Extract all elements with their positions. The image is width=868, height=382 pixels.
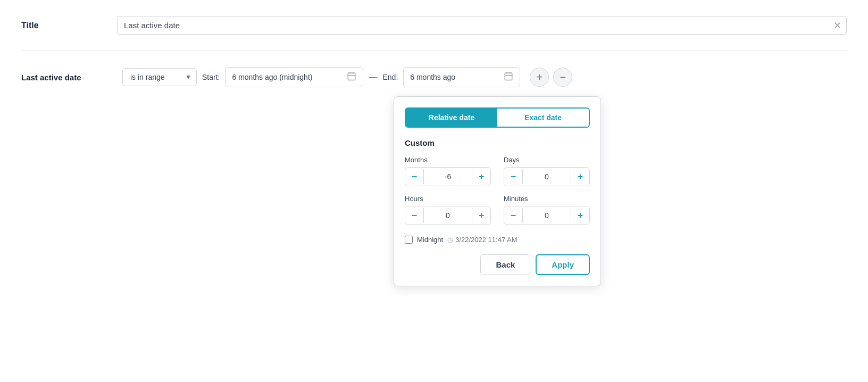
midnight-label: Midnight [417,236,443,244]
minutes-stepper: − 0 + [504,206,590,225]
filter-row: Last active date is in range is before i… [21,67,847,87]
title-input[interactable] [117,16,847,35]
range-select-wrapper: is in range is before is after is exactl… [122,68,197,86]
minutes-increment-button[interactable]: + [571,206,589,225]
title-clear-button[interactable]: ✕ [833,21,841,30]
midnight-checkbox[interactable] [405,236,413,244]
svg-rect-4 [505,73,513,80]
title-field-label: Title [21,21,117,30]
months-stepper: − -6 + [405,167,491,186]
date-type-tabs: Relative date Exact date [405,107,590,128]
months-field: Months − -6 + [405,156,491,186]
start-date-button[interactable]: 6 months ago (midnight) [225,67,363,87]
midnight-row: Midnight ◷ 3/22/2022 11:47 AM [405,236,590,244]
back-button[interactable]: Back [480,254,530,275]
date-fields-grid: Months − -6 + Days − 0 + [405,156,590,225]
clock-icon: ◷ [447,236,453,244]
end-label: End: [382,73,398,81]
hours-decrement-button[interactable]: − [405,206,423,225]
tab-exact-date[interactable]: Exact date [497,109,589,127]
hours-value: 0 [423,208,472,223]
hours-field: Hours − 0 + [405,195,491,225]
end-date-text: 6 months ago [410,73,455,81]
date-picker-popover: Relative date Exact date Custom Months −… [394,96,601,286]
months-value: -6 [423,169,472,184]
end-calendar-icon [504,71,513,83]
months-label: Months [405,156,491,164]
filter-field-label: Last active date [21,73,117,82]
minutes-value: 0 [522,208,571,223]
custom-label: Custom [405,138,590,147]
end-date-button[interactable]: 6 months ago [403,67,520,87]
timestamp: ◷ 3/22/2022 11:47 AM [447,236,517,244]
action-row: Back Apply [405,254,590,275]
start-calendar-icon [347,71,356,83]
start-label: Start: [202,73,220,81]
minutes-decrement-button[interactable]: − [504,206,522,225]
minutes-field: Minutes − 0 + [504,195,590,225]
days-field: Days − 0 + [504,156,590,186]
hours-increment-button[interactable]: + [472,206,490,225]
days-decrement-button[interactable]: − [504,168,522,186]
months-increment-button[interactable]: + [472,168,490,186]
hours-stepper: − 0 + [405,206,491,225]
days-label: Days [504,156,590,164]
title-row: Title ✕ [21,16,847,35]
start-date-text: 6 months ago (midnight) [232,73,312,81]
add-remove-buttons: + − [530,68,572,87]
timestamp-value: 3/22/2022 11:47 AM [455,236,517,244]
range-select[interactable]: is in range is before is after is exactl… [122,68,197,86]
page: Title ✕ Last active date is in range is … [0,0,868,382]
apply-button[interactable]: Apply [536,254,590,275]
tab-relative-date[interactable]: Relative date [406,109,497,127]
remove-filter-button[interactable]: − [553,68,572,87]
divider [21,51,847,51]
minutes-label: Minutes [504,195,590,203]
title-input-wrapper: ✕ [117,16,847,35]
months-decrement-button[interactable]: − [405,168,423,186]
range-dash: — [369,72,377,82]
days-increment-button[interactable]: + [571,168,589,186]
days-stepper: − 0 + [504,167,590,186]
add-filter-button[interactable]: + [530,68,549,87]
hours-label: Hours [405,195,491,203]
days-value: 0 [522,169,571,184]
svg-rect-0 [348,73,356,80]
